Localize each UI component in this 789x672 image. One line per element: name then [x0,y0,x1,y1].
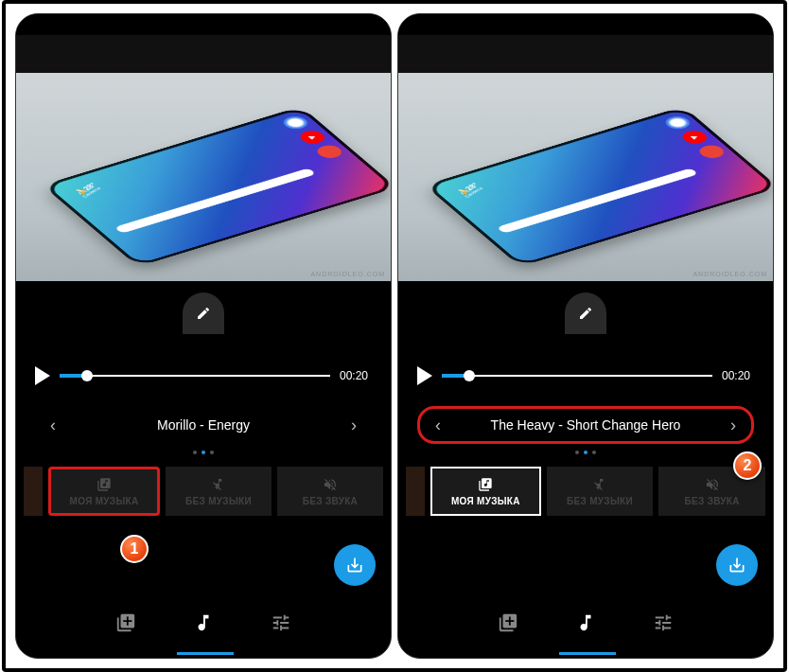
tab-adjust[interactable] [271,612,291,633]
no-music-card[interactable]: БЕЗ МУЗЫКИ [166,467,272,516]
song-title: Morillo - Energy [157,417,250,433]
edit-row [398,281,773,357]
no-music-card[interactable]: БЕЗ МУЗЫКИ [547,467,654,516]
song-title: The Heavy - Short Change Hero [491,417,681,433]
save-fab[interactable] [334,544,376,586]
prev-song-button[interactable]: ‹ [39,416,67,435]
video-preview[interactable]: 🍌28°Canberra ANDROIDLEO.COM [16,73,391,281]
card-label: БЕЗ МУЗЫКИ [567,496,633,506]
weather-widget: 🍌28°Canberra [73,182,103,198]
card-edge [24,467,43,516]
status-bar [16,14,391,35]
edit-button[interactable] [565,292,606,334]
duration-label: 00:20 [340,369,368,382]
video-preview[interactable]: 🍌28°Canberra ANDROIDLEO.COM [398,73,773,281]
phone-left: 🍌28°Canberra ANDROIDLEO.COM 00:20 ‹ Mori… [15,13,392,659]
tab-indicator [398,652,773,658]
bottom-tabs [16,593,391,658]
tab-add-clip[interactable] [498,612,518,633]
library-music-icon [96,477,112,492]
comparison-container: 🍌28°Canberra ANDROIDLEO.COM 00:20 ‹ Mori… [2,0,787,672]
weather-widget: 🍌28°Canberra [455,182,485,198]
card-label: МОЯ МУЗЫКА [451,496,520,506]
timeline: 00:20 [16,357,391,395]
bottom-tabs [398,593,773,658]
save-icon [345,556,364,575]
next-song-button[interactable]: › [340,416,368,435]
callout-badge-1: 1 [120,535,149,563]
card-label: МОЯ МУЗЫКА [70,496,139,506]
page-dots [16,446,391,459]
next-song-button[interactable]: › [719,416,747,435]
callout-badge-2: 2 [733,451,762,480]
seek-track[interactable] [60,375,330,377]
card-edge [406,467,425,516]
song-selector: ‹ The Heavy - Short Change Hero › [417,406,754,444]
tab-music[interactable] [193,612,214,633]
tab-add-clip[interactable] [115,612,136,633]
phone-right: 🍌28°Canberra ANDROIDLEO.COM 00:20 ‹ The … [397,13,774,659]
card-label: БЕЗ ЗВУКА [685,496,740,506]
edit-row [16,281,391,357]
volume-off-icon [705,477,720,492]
music-source-row: МОЯ МУЗЫКА БЕЗ МУЗЫКИ БЕЗ ЗВУКА [398,459,773,516]
volume-off-icon [323,477,338,492]
tab-indicator [16,652,391,658]
prev-song-button[interactable]: ‹ [424,416,452,435]
pencil-icon [196,306,211,321]
my-music-card[interactable]: МОЯ МУЗЫКА [48,467,160,516]
duration-label: 00:20 [722,369,750,382]
card-label: БЕЗ ЗВУКА [303,496,358,506]
watermark: ANDROIDLEO.COM [310,271,385,277]
song-selector: ‹ Morillo - Energy › [35,406,372,444]
seek-track[interactable] [442,375,712,377]
save-fab[interactable] [716,544,758,586]
page-dots [398,446,773,459]
library-music-icon [478,477,493,492]
music-off-icon [592,477,607,492]
status-bar [398,14,773,35]
timeline: 00:20 [398,357,773,395]
watermark: ANDROIDLEO.COM [693,271,767,277]
my-music-card[interactable]: МОЯ МУЗЫКА [430,467,541,516]
tab-adjust[interactable] [653,612,674,633]
save-icon [728,556,746,575]
play-button[interactable] [35,366,50,385]
card-label: БЕЗ МУЗЫКИ [185,496,252,506]
music-off-icon [211,477,226,492]
app-header [16,35,391,73]
app-header [398,35,773,73]
seek-thumb[interactable] [464,370,475,381]
tab-music[interactable] [575,612,596,633]
music-source-row: МОЯ МУЗЫКА БЕЗ МУЗЫКИ БЕЗ ЗВУКА [16,459,391,516]
mute-card[interactable]: БЕЗ ЗВУКА [277,467,383,516]
play-button[interactable] [417,366,432,385]
seek-thumb[interactable] [81,370,93,381]
edit-button[interactable] [183,292,224,334]
pencil-icon [578,306,593,321]
